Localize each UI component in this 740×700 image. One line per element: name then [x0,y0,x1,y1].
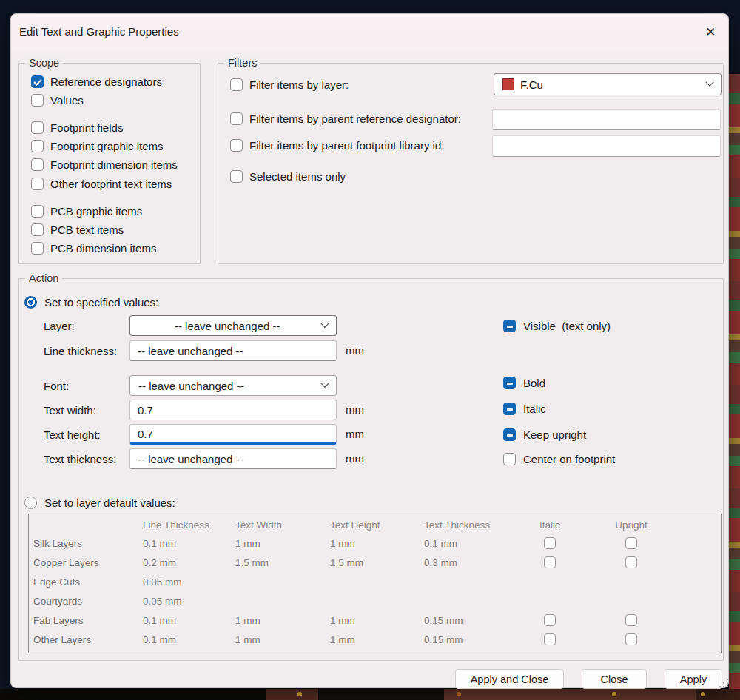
checkbox[interactable] [31,94,44,107]
text-height-label: Text height: [44,428,101,442]
reference-designator-input[interactable] [492,109,721,130]
font-dropdown[interactable]: -- leave unchanged -- [130,375,337,396]
checkbox[interactable] [503,320,516,332]
checkbox[interactable] [31,75,44,88]
row-label: Silk Layers [29,538,143,549]
filter-by-library-checkbox-row[interactable]: Filter items by parent footprint library… [230,138,444,152]
checkbox[interactable] [31,178,44,190]
italic-checkbox[interactable] [544,633,556,645]
option-visible[interactable]: Visible (text only) [503,319,610,333]
checkbox[interactable] [31,205,44,218]
scope-item-other-footprint-text-items[interactable]: Other footprint text items [31,175,194,193]
scope-legend: Scope [25,56,63,70]
apply-and-close-button[interactable]: Apply and Close [455,669,564,689]
table-corner [29,514,143,536]
checkbox[interactable] [31,121,44,134]
checkbox-label: Filter items by parent reference designa… [249,112,461,126]
scope-item-pcb-dimension-items[interactable]: PCB dimension items [31,239,194,258]
cell: 0.1 mm [424,538,509,549]
scope-item-footprint-graphic-items[interactable]: Footprint graphic items [31,137,194,155]
checkbox[interactable] [230,112,243,125]
option-bold[interactable]: Bold [503,376,545,390]
footprint-library-id-input[interactable] [492,135,721,157]
checkbox-label: Footprint fields [50,121,123,135]
italic-checkbox[interactable] [544,556,556,568]
italic-checkbox[interactable] [544,537,556,549]
scope-item-footprint-dimension-items[interactable]: Footprint dimension items [31,155,194,174]
italic-checkbox[interactable] [544,614,556,626]
upright-checkbox[interactable] [625,556,637,568]
radio-button[interactable] [24,497,37,509]
row-label: Edge Cuts [29,576,143,588]
checkbox[interactable] [230,170,243,183]
checkbox[interactable] [230,78,243,91]
checkbox[interactable] [31,242,44,255]
cell: 0.05 mm [143,596,235,607]
checkbox[interactable] [31,223,44,236]
col-header-upright: Upright [615,514,648,536]
line-thickness-unit: mm [346,344,364,357]
line-thickness-input[interactable] [130,340,337,361]
resize-grip[interactable] [723,682,725,684]
checkbox-label: Italic [523,402,546,416]
scope-list: Reference designators Values Footprint f… [31,73,194,258]
filter-by-reference-checkbox-row[interactable]: Filter items by parent reference designa… [230,112,461,126]
cell: 1 mm [330,634,424,645]
checkbox[interactable] [503,403,516,415]
checkbox[interactable] [503,428,516,441]
action-group: Action Set to specified values: Layer: -… [18,278,724,661]
font-field-label: Font: [44,379,69,393]
upright-checkbox[interactable] [625,633,637,645]
checkbox-label: Center on footprint [523,452,615,466]
checkbox[interactable] [31,140,44,152]
col-header-text-thickness: Text Thickness [424,514,509,536]
chevron-down-icon [320,380,329,388]
close-icon[interactable]: ✕ [700,22,721,41]
col-header-italic: Italic [539,514,560,536]
pcb-background-strip-bottom [0,689,740,700]
checkbox-label: Keep upright [523,428,586,442]
selected-items-only-checkbox-row[interactable]: Selected items only [230,169,346,184]
checkbox-label: Filter items by parent footprint library… [249,138,444,152]
checkbox-label: PCB graphic items [50,204,142,218]
upright-checkbox[interactable] [625,614,637,626]
checkbox[interactable] [31,158,44,171]
text-width-label: Text width: [44,403,96,417]
checkbox[interactable] [230,139,243,152]
row-label: Other Layers [29,634,143,645]
layer-dropdown[interactable]: -- leave unchanged -- [130,315,337,336]
scope-item-pcb-graphic-items[interactable]: PCB graphic items [31,202,194,221]
scope-item-values[interactable]: Values [31,91,194,110]
pcb-background-strip-right [729,74,740,700]
option-italic[interactable]: Italic [503,402,546,416]
checkbox-label: Visible (text only) [523,319,610,333]
apply-button[interactable]: Apply [665,669,722,689]
set-specified-values-radio-row[interactable]: Set to specified values: [24,295,158,309]
checkbox[interactable] [503,377,516,389]
cell: 1.5 mm [330,557,424,568]
checkbox[interactable] [503,453,516,465]
text-height-input[interactable] [130,424,337,445]
close-button[interactable]: Close [582,669,647,689]
chevron-down-icon [321,320,329,328]
layer-filter-dropdown[interactable]: F.Cu [494,73,722,95]
font-dropdown-value: -- leave unchanged -- [138,380,244,392]
checkbox-label: Reference designators [50,75,162,89]
filters-legend: Filters [224,56,260,70]
cell: 0.1 mm [143,615,235,626]
radio-button[interactable] [24,296,37,309]
text-thickness-label: Text thickness: [44,452,116,466]
scope-group: Scope Reference designators Values Footp… [18,63,201,264]
upright-checkbox[interactable] [625,537,637,549]
scope-item-reference-designators[interactable]: Reference designators [31,73,194,91]
scope-item-pcb-text-items[interactable]: PCB text items [31,221,194,239]
text-width-input[interactable] [130,400,337,420]
option-center-on-footprint[interactable]: Center on footprint [503,452,615,466]
filter-by-layer-checkbox-row[interactable]: Filter items by layer: [230,78,349,92]
edit-text-graphic-properties-dialog: Edit Text and Graphic Properties ✕ Scope… [10,13,729,688]
text-thickness-input[interactable] [130,448,337,469]
scope-item-footprint-fields[interactable]: Footprint fields [31,118,194,137]
set-layer-defaults-radio-row[interactable]: Set to layer default values: [24,496,175,510]
radio-label: Set to specified values: [44,295,158,309]
option-keep-upright[interactable]: Keep upright [503,428,586,442]
